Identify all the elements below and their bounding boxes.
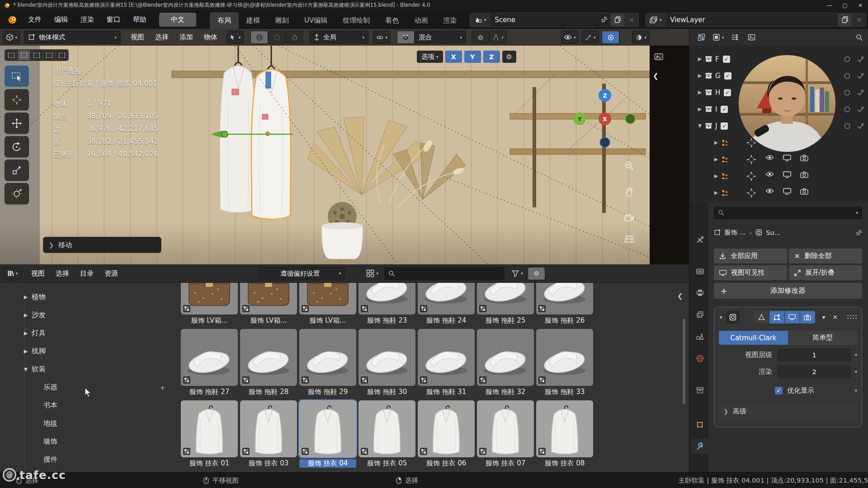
category-6[interactable]: 书本	[0, 396, 176, 414]
subdivision-type-Catmull-Clark[interactable]: Catmull-Clark	[719, 331, 788, 345]
properties-tab-tool[interactable]	[691, 232, 708, 247]
snap-increment-icon[interactable]	[268, 31, 286, 44]
exclude-icon[interactable]	[844, 123, 850, 129]
pin-icon[interactable]	[601, 16, 608, 23]
close-button[interactable]: ✕	[853, 2, 868, 9]
grid-ortho-icon[interactable]	[620, 230, 638, 248]
drag-handle-icon[interactable]	[847, 315, 857, 319]
properties-tab-collection[interactable]	[691, 382, 708, 398]
menu-2[interactable]: 渲染	[74, 13, 100, 26]
asset-tile[interactable]: 服饰 挂衣 07	[477, 400, 534, 468]
asset-menu-1[interactable]: 选择	[50, 267, 75, 280]
breadcrumb-object[interactable]: 服饰 ...	[724, 228, 745, 237]
shading-mode-icon[interactable]: ▾	[632, 31, 650, 44]
object-row-2[interactable]: ▶	[689, 168, 868, 184]
number-field[interactable]: 1	[778, 348, 851, 361]
3d-viewport[interactable]: 用户透视 (2) 主卧软装 | 服饰 挂衣 04.001 物体1 / 971顶点…	[0, 46, 689, 264]
render-visibility-icon[interactable]	[857, 106, 864, 113]
viewlayer-browse-icon[interactable]: ▾	[646, 14, 665, 26]
category-0[interactable]: ▶植物	[0, 288, 176, 306]
render-toggle[interactable]	[800, 311, 815, 324]
collection-checkbox[interactable]: ✓	[721, 106, 728, 113]
viewlayer-name[interactable]: ViewLayer	[665, 16, 838, 24]
monitor-icon[interactable]	[783, 171, 791, 181]
outliner-search-icon[interactable]	[856, 34, 863, 41]
properties-tab-output[interactable]	[691, 285, 708, 300]
asset-menu-2[interactable]: 目录	[75, 267, 99, 280]
asset-tile[interactable]: 服饰 拖鞋 29	[299, 329, 356, 396]
eye-icon[interactable]	[765, 188, 774, 198]
select-box-subtract-icon[interactable]	[43, 50, 55, 60]
mode-selector[interactable]: 物体模式 ▾	[24, 31, 121, 44]
on-cage-toggle[interactable]	[769, 311, 785, 324]
exclude-icon[interactable]	[844, 106, 850, 113]
language-button[interactable]: 中文	[159, 13, 196, 27]
properties-tab-scene[interactable]	[691, 329, 708, 344]
workspace-tab-6[interactable]: 动画	[406, 12, 435, 29]
select-box-new-icon[interactable]	[18, 50, 30, 60]
asset-menu-0[interactable]: 视图	[26, 267, 50, 280]
workspace-tab-3[interactable]: UV编辑	[297, 12, 335, 29]
collection-checkbox[interactable]: ✓	[724, 89, 731, 96]
asset-settings-gear-icon[interactable]: ⚙	[528, 267, 545, 280]
asset-tile[interactable]: 服饰 挂衣 01	[181, 400, 238, 468]
zoom-icon[interactable]	[620, 157, 638, 175]
edit-mode-toggle[interactable]	[754, 311, 769, 324]
category-2[interactable]: ▶灯具	[0, 324, 176, 342]
asset-tile[interactable]: 服饰 拖鞋 33	[536, 329, 593, 396]
asset-tile[interactable]: 服饰 挂衣 04	[299, 400, 356, 468]
overlays-toggle-icon[interactable]	[602, 31, 619, 44]
proportional-falloff-icon[interactable]: ▾	[489, 31, 507, 44]
properties-search-input[interactable]: ▾	[714, 206, 862, 219]
sidebar-toggle-icon[interactable]: ❮	[653, 72, 659, 80]
asset-panel-collapse-icon[interactable]: ❮	[677, 292, 683, 300]
new-scene-icon[interactable]	[610, 14, 624, 26]
modifier-extras-icon[interactable]: ▾	[822, 314, 826, 321]
tool-scale[interactable]	[5, 160, 29, 181]
viewlayer-selector[interactable]: ▾ ViewLayer ✕	[645, 13, 866, 27]
eye-icon[interactable]	[765, 155, 774, 164]
asset-search-input[interactable]	[384, 267, 505, 280]
object-row-3[interactable]: ▶	[689, 184, 868, 201]
thumbnail-size-icon[interactable]: ▾	[364, 267, 381, 280]
exclude-icon[interactable]	[844, 73, 850, 79]
tool-rotate[interactable]	[5, 136, 29, 157]
snap-vertex-icon[interactable]	[286, 31, 303, 44]
menu-3[interactable]: 窗口	[100, 13, 127, 26]
camera-view-icon[interactable]	[620, 209, 638, 227]
number-field[interactable]: 2	[778, 365, 851, 378]
viewport-menu-0[interactable]: 视图	[125, 31, 150, 43]
asset-menu-3[interactable]: 资源	[99, 267, 123, 280]
advanced-section-header[interactable]: ❯ 高级	[719, 404, 857, 419]
axis-z-button[interactable]: Z	[483, 51, 500, 63]
select-box-extend-icon[interactable]	[31, 50, 42, 60]
scene-browse-icon[interactable]: ▾	[470, 14, 490, 26]
options-dropdown[interactable]: 选项▾	[417, 51, 443, 63]
add-catalog-icon[interactable]: ＋	[159, 382, 166, 393]
modifier-expand-icon[interactable]: ▾	[720, 314, 722, 320]
camera-icon[interactable]	[800, 188, 808, 198]
pivot-point-icon[interactable]: ▾	[373, 31, 391, 44]
asset-scrollbar[interactable]	[683, 319, 685, 404]
tool-select-box[interactable]	[5, 66, 29, 87]
optimal-display-checkbox[interactable]: ✓	[775, 387, 783, 394]
monitor-icon[interactable]	[783, 188, 791, 198]
viewport-menu-3[interactable]: 物体	[198, 31, 223, 43]
properties-tab-world[interactable]	[691, 351, 708, 366]
import-method-selector[interactable]: 遵循偏好设置 ▾	[259, 267, 345, 280]
navigation-gizmo[interactable]: Z Y X	[572, 87, 637, 152]
tweak-icon[interactable]	[5, 50, 17, 60]
outliner-tree-icon[interactable]	[726, 31, 743, 43]
menu-1[interactable]: 编辑	[48, 13, 74, 26]
menu-0[interactable]: 文件	[22, 13, 48, 26]
cursor-icon[interactable]	[746, 171, 756, 181]
category-4[interactable]: ▼软装	[0, 360, 176, 378]
expand-collapse-button[interactable]: 展开/折叠	[789, 265, 862, 280]
tool-transform[interactable]	[5, 183, 29, 204]
cursor-icon[interactable]	[746, 188, 756, 198]
object-row-1[interactable]: ▶	[689, 151, 868, 168]
asset-tile[interactable]: 服饰 挂衣 06	[418, 400, 475, 468]
properties-tab-modifier[interactable]	[691, 439, 708, 454]
apply-all-button[interactable]: 全部应用	[714, 249, 787, 263]
category-7[interactable]: 地毯	[0, 414, 176, 432]
